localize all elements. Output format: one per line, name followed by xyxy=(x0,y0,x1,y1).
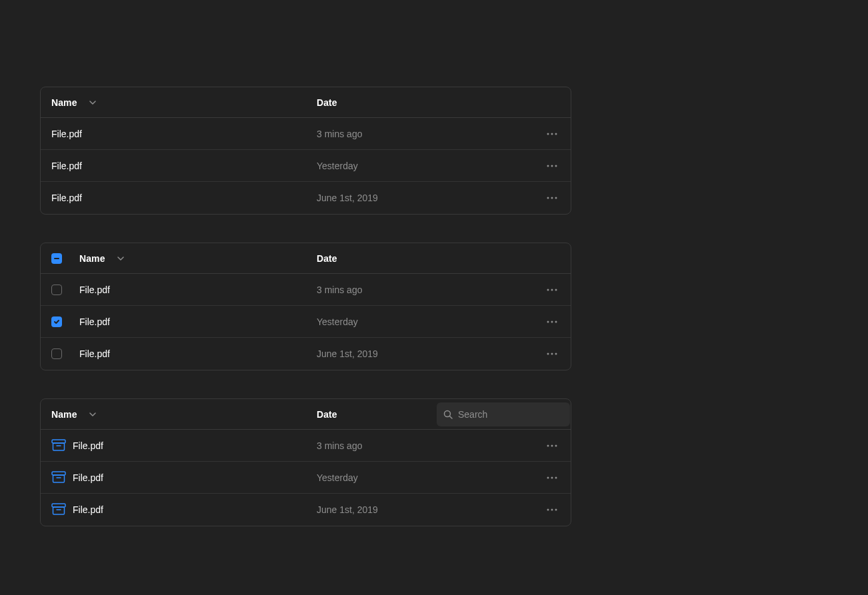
file-date: Yesterday xyxy=(317,316,358,327)
caret-down-icon[interactable] xyxy=(89,412,96,416)
file-name: File.pdf xyxy=(73,440,103,451)
svg-point-18 xyxy=(555,353,557,355)
more-icon[interactable] xyxy=(544,282,560,298)
file-name: File.pdf xyxy=(51,129,82,139)
svg-point-36 xyxy=(547,509,549,511)
table-header: Name Date xyxy=(41,243,571,274)
search-input[interactable] xyxy=(458,409,563,420)
file-date: June 1st, 2019 xyxy=(317,504,378,515)
table-header: Name Date xyxy=(41,399,571,430)
svg-rect-22 xyxy=(53,443,65,450)
svg-point-5 xyxy=(555,165,557,167)
svg-point-26 xyxy=(555,444,557,446)
column-header-date[interactable]: Date xyxy=(317,409,337,420)
svg-point-6 xyxy=(547,197,549,199)
caret-down-icon[interactable] xyxy=(89,101,96,105)
search-field[interactable] xyxy=(437,402,570,426)
column-header-name[interactable]: Name xyxy=(51,409,77,420)
svg-point-25 xyxy=(551,444,553,446)
column-header-date[interactable]: Date xyxy=(317,97,337,108)
archive-icon xyxy=(51,439,66,452)
select-all-checkbox[interactable] xyxy=(51,253,62,264)
svg-point-17 xyxy=(551,353,553,355)
svg-point-3 xyxy=(547,165,549,167)
svg-point-12 xyxy=(555,289,557,291)
svg-point-31 xyxy=(551,476,553,478)
svg-point-10 xyxy=(547,289,549,291)
svg-point-15 xyxy=(555,320,557,322)
file-name: File.pdf xyxy=(73,504,103,515)
svg-point-1 xyxy=(551,133,553,135)
table-row[interactable]: File.pdf June 1st, 2019 xyxy=(41,494,571,526)
file-name: File.pdf xyxy=(73,472,103,483)
row-checkbox[interactable] xyxy=(51,316,62,327)
archive-icon xyxy=(51,503,66,516)
file-date: 3 mins ago xyxy=(317,129,362,139)
caret-down-icon[interactable] xyxy=(117,257,124,261)
svg-point-13 xyxy=(547,320,549,322)
file-table-basic: Name Date File.pdf 3 mins ago File.pdf Y… xyxy=(40,87,571,215)
svg-point-37 xyxy=(551,509,553,511)
table-row[interactable]: File.pdf June 1st, 2019 xyxy=(41,182,571,214)
svg-point-16 xyxy=(547,353,549,355)
more-icon[interactable] xyxy=(544,470,560,486)
file-date: June 1st, 2019 xyxy=(317,348,378,359)
svg-rect-28 xyxy=(53,475,65,482)
row-checkbox[interactable] xyxy=(51,348,62,359)
more-icon[interactable] xyxy=(544,346,560,362)
column-header-name[interactable]: Name xyxy=(79,253,105,264)
file-date: Yesterday xyxy=(317,161,358,171)
svg-point-0 xyxy=(547,133,549,135)
file-name: File.pdf xyxy=(79,348,110,359)
svg-point-4 xyxy=(551,165,553,167)
row-checkbox[interactable] xyxy=(51,285,62,295)
column-header-name[interactable]: Name xyxy=(51,97,77,108)
file-name: File.pdf xyxy=(51,193,82,203)
table-row[interactable]: File.pdf Yesterday xyxy=(41,150,571,182)
table-row[interactable]: File.pdf June 1st, 2019 xyxy=(41,338,571,370)
svg-rect-34 xyxy=(53,507,65,514)
svg-point-38 xyxy=(555,509,557,511)
file-table-selectable: Name Date File.pdf 3 mins ago xyxy=(40,243,571,370)
svg-point-30 xyxy=(547,476,549,478)
table-row[interactable]: File.pdf 3 mins ago xyxy=(41,430,571,462)
more-icon[interactable] xyxy=(544,438,560,454)
svg-line-20 xyxy=(450,416,453,418)
archive-icon xyxy=(51,471,66,484)
more-icon[interactable] xyxy=(544,314,560,330)
svg-point-32 xyxy=(555,476,557,478)
more-icon[interactable] xyxy=(544,158,560,174)
svg-point-14 xyxy=(551,320,553,322)
file-date: Yesterday xyxy=(317,472,358,483)
file-name: File.pdf xyxy=(79,316,110,327)
file-name: File.pdf xyxy=(79,285,110,295)
svg-point-7 xyxy=(551,197,553,199)
more-icon[interactable] xyxy=(544,190,560,206)
more-icon[interactable] xyxy=(544,502,560,518)
file-date: June 1st, 2019 xyxy=(317,193,378,203)
file-date: 3 mins ago xyxy=(317,440,362,451)
table-row[interactable]: File.pdf Yesterday xyxy=(41,306,571,338)
svg-point-2 xyxy=(555,133,557,135)
search-icon xyxy=(443,410,453,419)
file-table-with-search: Name Date File.pdf xyxy=(40,398,571,526)
svg-point-24 xyxy=(547,444,549,446)
svg-point-11 xyxy=(551,289,553,291)
file-name: File.pdf xyxy=(51,161,82,171)
table-header: Name Date xyxy=(41,87,571,118)
column-header-date[interactable]: Date xyxy=(317,253,337,264)
table-row[interactable]: File.pdf 3 mins ago xyxy=(41,274,571,306)
table-row[interactable]: File.pdf 3 mins ago xyxy=(41,118,571,150)
file-date: 3 mins ago xyxy=(317,285,362,295)
more-icon[interactable] xyxy=(544,126,560,142)
svg-point-8 xyxy=(555,197,557,199)
table-row[interactable]: File.pdf Yesterday xyxy=(41,462,571,494)
